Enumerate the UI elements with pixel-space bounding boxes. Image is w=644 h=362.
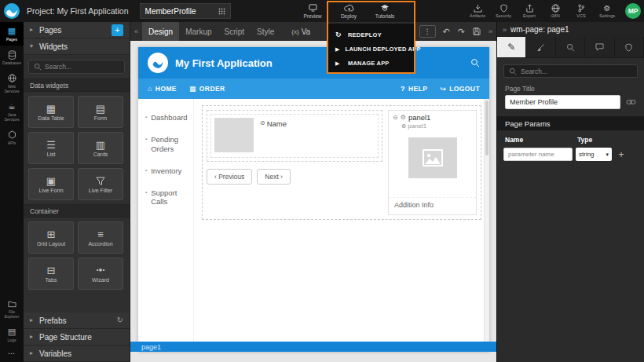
scrollbar-thumb[interactable] bbox=[485, 101, 488, 155]
app-header[interactable]: My First Application bbox=[138, 47, 489, 79]
add-param-button[interactable]: + bbox=[615, 148, 628, 161]
widgets-section-header[interactable]: ▾ Widgets bbox=[24, 38, 130, 55]
undo-button[interactable]: ↶ bbox=[439, 27, 454, 36]
param-name-input[interactable] bbox=[503, 148, 573, 161]
param-type-select[interactable]: string ▾ bbox=[576, 148, 612, 161]
home-icon: ⌂ bbox=[148, 86, 152, 93]
widget-tile-form[interactable]: ▤ Form bbox=[78, 96, 123, 128]
user-avatar[interactable]: MP bbox=[625, 3, 641, 19]
right-panel-tabs: ✎ bbox=[497, 37, 644, 58]
tab-properties[interactable]: ✎ bbox=[497, 37, 526, 57]
wavemaker-logo-icon[interactable] bbox=[3, 2, 20, 20]
nav-item-order[interactable]: ▦ ORDER bbox=[189, 85, 225, 93]
security-button[interactable]: Security bbox=[493, 4, 514, 18]
panel-settings-gear-icon[interactable]: ⚙ bbox=[401, 115, 406, 121]
list-template[interactable]: ⊘ Name bbox=[207, 110, 382, 162]
globe-icon bbox=[551, 4, 560, 13]
page-content-container[interactable]: ⊘ Name ‹ Previous Next › bbox=[202, 105, 481, 220]
side-nav-pending-orders[interactable]: ▪ Pending Orders bbox=[138, 129, 193, 160]
rail-item-file-explorer[interactable]: File Explorer bbox=[0, 294, 24, 323]
side-nav-inventory[interactable]: ▪ Inventory bbox=[138, 160, 193, 182]
vcs-button[interactable]: VCS bbox=[571, 4, 591, 18]
properties-search-input[interactable] bbox=[521, 68, 632, 75]
preview-button[interactable]: Preview bbox=[299, 4, 326, 19]
name-field[interactable]: ⊘ Name bbox=[260, 118, 287, 154]
tab-markup[interactable]: Markup bbox=[179, 22, 218, 41]
more-options-icon[interactable]: ⋯ bbox=[0, 346, 24, 360]
refresh-prefabs-icon[interactable]: ↻ bbox=[117, 316, 123, 324]
manage-app-menu-item[interactable]: ▶ MANAGE APP bbox=[328, 56, 414, 70]
widget-tile-live-form[interactable]: ▣ Live Form bbox=[28, 168, 74, 200]
artifacts-button[interactable]: Artifacts bbox=[467, 4, 488, 18]
apps-grid-icon[interactable] bbox=[218, 8, 225, 15]
rail-item-java-services[interactable]: ☕ Java Services bbox=[0, 97, 24, 126]
app-logo-icon bbox=[148, 53, 168, 73]
rail-item-pages[interactable]: ▦ Pages bbox=[0, 22, 24, 46]
add-page-button[interactable]: + bbox=[112, 24, 123, 36]
app-search-icon[interactable] bbox=[470, 58, 480, 68]
pages-section-header[interactable]: ▸ Pages + bbox=[24, 22, 130, 38]
page-tab-memberprofile[interactable]: MemberProfile bbox=[140, 3, 231, 19]
side-nav-dashboard[interactable]: ▪ Dashboard bbox=[138, 107, 193, 129]
prefabs-section-header[interactable]: ▸ Prefabs ↻ bbox=[24, 313, 130, 329]
deploy-button[interactable]: Deploy bbox=[335, 4, 362, 19]
preview-icon bbox=[309, 4, 317, 13]
tab-styles[interactable] bbox=[526, 37, 555, 57]
export-button[interactable]: Export bbox=[519, 4, 540, 18]
more-menu-button[interactable]: ⋮ bbox=[419, 25, 436, 38]
rail-item-databases[interactable]: Databases bbox=[0, 46, 24, 69]
bind-link-icon[interactable] bbox=[626, 99, 636, 105]
tab-script[interactable]: Script bbox=[218, 22, 251, 41]
widget-tile-accordion[interactable]: ≡ Accordion bbox=[78, 221, 123, 254]
variables-button[interactable]: {x} Va bbox=[291, 27, 310, 36]
save-button[interactable] bbox=[469, 27, 485, 35]
tab-security[interactable] bbox=[615, 37, 644, 57]
widget-tile-wizard[interactable]: •●• Wizard bbox=[78, 258, 123, 290]
previous-page-button[interactable]: ‹ Previous bbox=[207, 169, 252, 185]
next-page-button[interactable]: Next › bbox=[257, 169, 291, 185]
tutorials-button[interactable]: Tutorials bbox=[371, 4, 398, 19]
widget-tile-grid-layout[interactable]: ⊞ Grid Layout bbox=[28, 221, 74, 254]
page-artboard[interactable]: My First Application ⌂ HOME ▦ ORDER bbox=[138, 47, 489, 352]
side-nav-support-calls[interactable]: ▪ Support Calls bbox=[138, 182, 193, 214]
rail-item-web-services[interactable]: Web Services bbox=[0, 69, 24, 97]
tab-design[interactable]: Design bbox=[142, 22, 179, 41]
list-item-template[interactable]: ⊘ Name bbox=[210, 114, 379, 158]
i18n-button[interactable]: i18N bbox=[545, 4, 565, 18]
widget-tile-tabs[interactable]: ⊟ Tabs bbox=[28, 258, 74, 290]
redo-button[interactable]: ↷ bbox=[454, 27, 469, 36]
settings-button[interactable]: ⚙ Settings bbox=[597, 4, 617, 18]
tab-events[interactable] bbox=[585, 37, 614, 57]
variables-section-header[interactable]: ▸ Variables bbox=[24, 346, 130, 362]
export-label: Export bbox=[523, 13, 536, 18]
redeploy-menu-item[interactable]: ↻ REDEPLOY bbox=[328, 27, 414, 42]
unbound-icon: ⊘ bbox=[260, 119, 265, 127]
widget-search-input[interactable] bbox=[45, 63, 119, 71]
panel-chevron-icon[interactable]: » bbox=[503, 26, 507, 34]
nav-item-help[interactable]: ? HELP bbox=[401, 85, 427, 93]
collapse-right-panel-button[interactable]: » bbox=[485, 27, 496, 35]
widget-tile-label: Data Table bbox=[38, 115, 64, 121]
widget-tile-live-filter[interactable]: Live Filter bbox=[78, 168, 123, 200]
member-picture-placeholder[interactable] bbox=[214, 118, 254, 152]
list-widget[interactable]: ⊘ Name ‹ Previous Next › bbox=[207, 110, 382, 215]
nav-item-logout[interactable]: ↪ LOGOUT bbox=[440, 85, 480, 93]
panel1-header[interactable]: ⊖ ⚙ panel1 bbox=[389, 111, 476, 122]
image-placeholder[interactable] bbox=[408, 137, 457, 178]
page-structure-section-header[interactable]: ▸ Page Structure bbox=[24, 329, 130, 346]
current-page-label[interactable]: page1 bbox=[141, 343, 161, 351]
widget-tile-list[interactable]: ☰ List bbox=[28, 132, 74, 164]
nav-item-home[interactable]: ⌂ HOME bbox=[148, 85, 177, 93]
rail-item-apis[interactable]: APIs bbox=[0, 126, 24, 149]
collapse-panel-icon[interactable]: ⊖ bbox=[393, 115, 398, 121]
widget-tile-cards[interactable]: ▥ Cards bbox=[78, 132, 123, 164]
tab-search[interactable] bbox=[556, 37, 585, 57]
launch-deployed-app-menu-item[interactable]: ▶ LAUNCH DEPLOYED APP bbox=[328, 42, 414, 56]
rail-item-logs[interactable]: ▤ Logs bbox=[0, 323, 24, 346]
panel1-widget[interactable]: ⊖ ⚙ panel1 ⚙ panel1 bbox=[388, 110, 477, 215]
collapse-left-panel-button[interactable]: « bbox=[130, 27, 142, 35]
widget-tile-data-table[interactable]: ▦ Data Table bbox=[28, 96, 74, 128]
page-title-input[interactable] bbox=[505, 95, 620, 109]
canvas-scrollbar[interactable] bbox=[484, 99, 489, 352]
tab-style[interactable]: Style bbox=[251, 22, 280, 41]
